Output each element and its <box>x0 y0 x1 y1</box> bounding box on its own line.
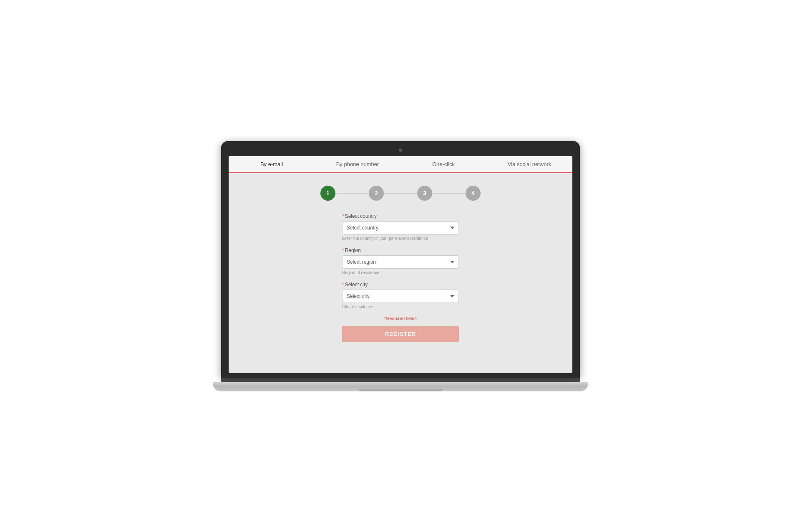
city-hint: City of residence <box>342 305 459 309</box>
step-line-2 <box>384 193 417 194</box>
laptop-base <box>213 382 588 391</box>
laptop-screen-bezel: By e-mail By phone number One-click Via … <box>221 141 580 377</box>
city-select[interactable]: Select city <box>342 290 459 303</box>
laptop-hinge <box>221 377 580 382</box>
laptop-wrapper: By e-mail By phone number One-click Via … <box>213 141 588 391</box>
tab-oneclick[interactable]: One-click <box>400 156 486 172</box>
region-label-text: Region <box>345 247 361 253</box>
country-field-group: * Select country Select country Enter th… <box>342 213 459 241</box>
city-field-group: * Select city Select city City of reside… <box>342 282 459 309</box>
register-button[interactable]: REGISTER <box>342 326 459 342</box>
form-area: 1 2 3 4 <box>229 173 572 355</box>
region-required-star: * <box>342 247 344 253</box>
screen-content: By e-mail By phone number One-click Via … <box>229 156 572 373</box>
country-hint: Enter the country of your permanent resi… <box>342 236 459 241</box>
laptop-screen: By e-mail By phone number One-click Via … <box>229 156 572 373</box>
region-hint: Region of residence <box>342 270 459 275</box>
country-select[interactable]: Select country <box>342 221 459 234</box>
region-field-group: * Region Select region Region of residen… <box>342 247 459 275</box>
city-label-text: Select city <box>345 282 368 287</box>
steps-container: 1 2 3 4 <box>320 186 481 201</box>
step-3: 3 <box>417 186 432 201</box>
city-required-star: * <box>342 282 344 287</box>
region-select[interactable]: Select region <box>342 255 459 269</box>
tabs-bar: By e-mail By phone number One-click Via … <box>229 156 572 173</box>
country-label: * Select country <box>342 213 459 219</box>
laptop-camera <box>399 149 402 152</box>
step-2: 2 <box>369 186 384 201</box>
tab-social-label: Via social network <box>508 161 552 167</box>
step-4: 4 <box>466 186 481 201</box>
city-label: * Select city <box>342 282 459 287</box>
tab-oneclick-label: One-click <box>432 161 455 167</box>
country-required-star: * <box>342 213 344 219</box>
required-note: *Required fields <box>384 316 417 321</box>
country-label-text: Select country <box>345 213 377 219</box>
tab-email-label: By e-mail <box>260 161 283 167</box>
step-line-1 <box>335 193 369 194</box>
step-1: 1 <box>320 186 335 201</box>
region-label: * Region <box>342 247 459 253</box>
tab-email[interactable]: By e-mail <box>229 156 315 172</box>
tab-phone[interactable]: By phone number <box>315 156 400 172</box>
form-fields: * Select country Select country Enter th… <box>342 213 459 316</box>
step-line-3 <box>432 193 466 194</box>
tab-phone-label: By phone number <box>336 161 379 167</box>
tab-social[interactable]: Via social network <box>486 156 572 172</box>
